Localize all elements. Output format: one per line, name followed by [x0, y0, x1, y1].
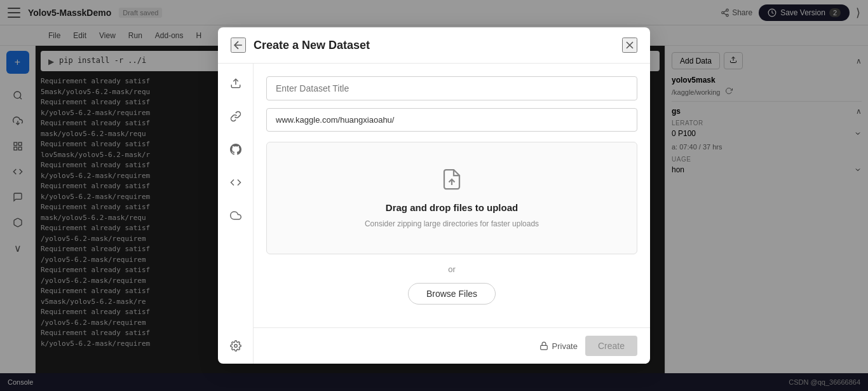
dataset-url-input[interactable]: [266, 108, 637, 132]
modal-close-button[interactable]: [622, 38, 637, 53]
modal-left-sidebar: [218, 63, 254, 364]
modal-cloud-icon[interactable]: [226, 205, 246, 226]
private-label-text: Private: [552, 341, 578, 351]
modal-code-icon[interactable]: [226, 172, 246, 193]
private-toggle[interactable]: Private: [539, 341, 578, 351]
modal-footer: Private Create: [254, 327, 650, 364]
modal-settings-icon[interactable]: [226, 336, 246, 356]
drop-file-icon: [440, 168, 463, 196]
modal-header: Create a New Dataset: [218, 27, 650, 64]
svg-rect-20: [540, 345, 547, 349]
modal-back-button[interactable]: [231, 38, 246, 53]
modal-body: Drag and drop files to upload Consider z…: [254, 64, 650, 327]
drop-zone: Drag and drop files to upload Consider z…: [266, 142, 637, 254]
modal-link-icon[interactable]: [226, 106, 246, 127]
drop-title: Drag and drop files to upload: [386, 202, 518, 213]
modal-title: Create a New Dataset: [254, 39, 614, 52]
drop-subtitle: Consider zipping large directories for f…: [365, 219, 539, 228]
or-divider: or: [266, 264, 637, 274]
create-button[interactable]: Create: [585, 336, 637, 356]
svg-point-18: [234, 345, 237, 348]
modal-overlay: Create a New Dataset: [0, 0, 868, 391]
browse-files-button[interactable]: Browse Files: [408, 283, 496, 305]
modal-upload-icon[interactable]: [226, 73, 246, 93]
dataset-title-input[interactable]: [266, 76, 637, 100]
modal-github-icon[interactable]: [226, 139, 246, 160]
modal-dialog: Create a New Dataset: [218, 27, 650, 364]
